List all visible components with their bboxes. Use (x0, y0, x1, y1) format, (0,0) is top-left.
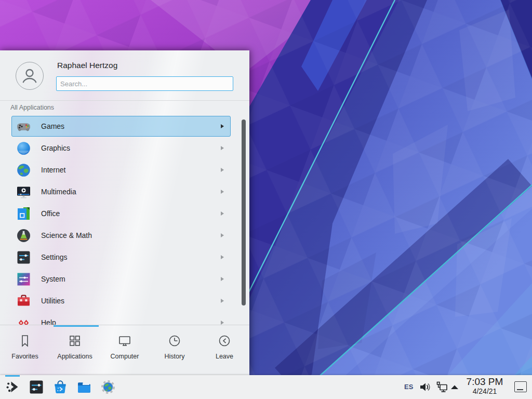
launcher-header: Raphael Hertzog (0, 50, 249, 100)
category-row-help[interactable]: Help (11, 312, 231, 325)
tab-applications[interactable]: Applications (50, 327, 100, 375)
documents-icon (16, 206, 31, 221)
launcher-tab-bar: Favorites Applications Computer (0, 327, 249, 375)
category-row-games[interactable]: Games (11, 116, 231, 137)
category-label: Settings (41, 253, 68, 261)
category-row-utilities[interactable]: Utilities (11, 290, 231, 311)
folder-icon (76, 379, 92, 395)
tab-computer[interactable]: Computer (100, 327, 150, 375)
submenu-arrow-icon (221, 124, 224, 128)
discover-bag-icon (52, 379, 68, 395)
web-browser-button[interactable] (100, 379, 116, 395)
kde-launcher-icon (5, 379, 21, 395)
kickoff-launcher-menu: Raphael Hertzog All Applications (0, 50, 249, 375)
category-row-system[interactable]: System (11, 269, 231, 289)
globe-icon (16, 163, 31, 178)
app-grid-icon (68, 334, 82, 348)
globe-gear-icon (100, 379, 116, 395)
discover-button[interactable] (52, 379, 68, 395)
system-settings-button[interactable] (29, 379, 44, 395)
tab-label: History (165, 353, 185, 360)
tab-history[interactable]: History (150, 327, 200, 375)
computer-icon (117, 334, 132, 348)
category-row-multimedia[interactable]: Multimedia (11, 181, 231, 202)
gamepad-icon (16, 119, 31, 134)
tab-leave[interactable]: Leave (200, 327, 249, 375)
launcher-active-indicator (5, 375, 20, 377)
submenu-arrow-icon (221, 277, 224, 281)
category-label: Office (41, 209, 60, 218)
flask-icon (16, 228, 31, 243)
tab-label: Leave (216, 353, 233, 360)
tray-expand-caret-icon[interactable] (450, 384, 459, 390)
tab-label: Computer (111, 353, 139, 360)
footer-separator (0, 325, 249, 325)
paint-sphere-icon (16, 141, 31, 156)
tab-favorites[interactable]: Favorites (0, 327, 50, 375)
application-category-list: Games Graphics (0, 116, 249, 325)
keyboard-layout-indicator[interactable]: ES (404, 383, 413, 391)
settings-sliders-icon (29, 379, 44, 395)
category-label: Science & Math (41, 231, 92, 240)
user-avatar-icon[interactable] (16, 62, 44, 90)
submenu-arrow-icon (221, 233, 224, 237)
file-manager-button[interactable] (76, 379, 92, 395)
category-row-office[interactable]: Office (11, 203, 231, 224)
submenu-arrow-icon (221, 255, 224, 259)
sliders-color-icon (16, 272, 31, 287)
user-name: Raphael Hertzog (57, 61, 117, 70)
bookmark-icon (18, 334, 32, 348)
tab-label: Applications (57, 353, 92, 360)
clock-date: 4/24/21 (460, 387, 509, 396)
sliders-dark-icon (16, 250, 31, 265)
media-player-monitor-icon (16, 184, 31, 200)
network-icon[interactable] (435, 381, 448, 393)
list-scrollbar[interactable] (242, 119, 246, 305)
category-label: Help (41, 318, 56, 325)
search-field[interactable] (56, 76, 233, 91)
tab-label: Favorites (11, 353, 38, 360)
category-label: System (41, 275, 65, 283)
digital-clock[interactable]: 7:03 PM 4/24/21 (460, 376, 509, 396)
history-clock-icon (167, 334, 182, 348)
category-row-settings[interactable]: Settings (11, 247, 231, 268)
application-launcher-button[interactable] (5, 379, 21, 395)
clock-time: 7:03 PM (460, 376, 509, 387)
category-label: Games (41, 122, 64, 130)
category-row-graphics[interactable]: Graphics (11, 138, 231, 158)
desktop: Raphael Hertzog All Applications (0, 0, 532, 399)
category-row-internet[interactable]: Internet (11, 159, 231, 180)
category-label: Utilities (41, 297, 64, 305)
taskbar-panel: ES 7:03 PM 4/24/21 (0, 375, 532, 399)
submenu-arrow-icon (221, 190, 224, 194)
section-label: All Applications (10, 104, 54, 111)
show-desktop-widget[interactable] (514, 381, 527, 392)
toolbox-icon (16, 294, 31, 309)
leave-circle-icon (217, 334, 232, 348)
category-label: Internet (41, 166, 65, 174)
help-buoy-icon (16, 315, 31, 325)
category-row-science-math[interactable]: Science & Math (11, 225, 231, 246)
submenu-arrow-icon (221, 211, 224, 216)
submenu-arrow-icon (221, 321, 224, 325)
header-separator (0, 100, 249, 101)
volume-icon[interactable] (419, 381, 431, 393)
category-label: Multimedia (41, 188, 76, 196)
submenu-arrow-icon (221, 299, 224, 303)
category-label: Graphics (41, 144, 70, 152)
submenu-arrow-icon (221, 146, 224, 150)
submenu-arrow-icon (221, 168, 224, 172)
search-input[interactable] (56, 76, 233, 91)
